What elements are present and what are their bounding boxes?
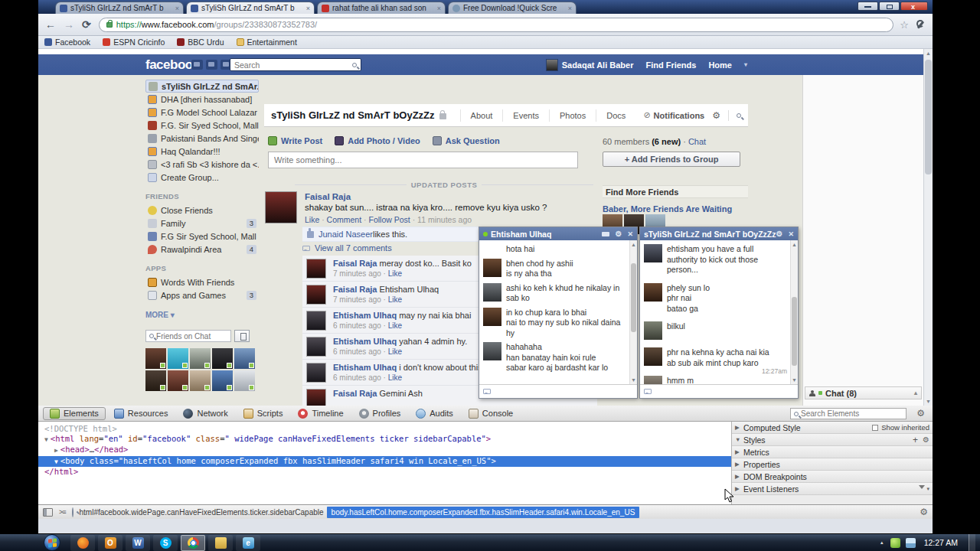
sidebar-friend-item[interactable]: Family 3 — [145, 217, 259, 230]
commenter-name-link[interactable]: Ehtisham Ulhaq — [333, 363, 397, 372]
friend-avatar[interactable] — [190, 370, 211, 391]
chat-bar-caret[interactable]: ▴ — [914, 390, 917, 396]
taskbar-clock[interactable]: 12:27 AM — [924, 538, 958, 547]
friend-avatar[interactable] — [145, 348, 166, 369]
facebook-search[interactable] — [230, 58, 361, 71]
commenter-avatar[interactable] — [306, 285, 326, 305]
group-chat-link[interactable]: Chat — [688, 137, 706, 146]
follow-post-link[interactable]: Follow Post — [368, 215, 410, 224]
gear-icon[interactable]: ⚙ — [712, 110, 720, 121]
comment-like-link[interactable]: Like — [388, 347, 402, 356]
sidebar-group-item[interactable]: sTyliSh GIrLzZ nd SmAr... — [145, 80, 259, 93]
chat-bar[interactable]: Chat (8) ▴ — [805, 386, 922, 399]
view-comments-row[interactable]: View all 7 comments — [302, 243, 392, 253]
sidebar-toggle-icon[interactable] — [234, 330, 250, 342]
close-button[interactable]: x — [900, 2, 928, 11]
dom-breakpoints-section[interactable]: ▶ DOM Breakpoints — [732, 471, 933, 483]
sender-avatar[interactable] — [644, 244, 662, 262]
group-tab[interactable]: Photos — [549, 109, 596, 122]
sender-avatar[interactable] — [483, 308, 501, 326]
dock-side-icon[interactable] — [43, 508, 53, 517]
bookmark-item[interactable]: Facebook — [44, 37, 90, 47]
commenter-avatar[interactable] — [306, 389, 326, 406]
profile-avatar[interactable] — [546, 59, 558, 71]
friend-avatar[interactable] — [212, 348, 233, 369]
commenter-name-link[interactable]: Faisal Raja — [333, 389, 377, 398]
home-link[interactable]: Home — [708, 60, 732, 70]
browser-tab[interactable]: rahat fathe ali khan sad son × — [317, 2, 446, 14]
bookmark-item[interactable]: BBC Urdu — [177, 37, 224, 47]
sidebar-group-item[interactable]: F.G Model School Lalazar R... — [145, 106, 259, 119]
chat-gear-icon[interactable]: ⚙ — [776, 230, 782, 238]
taskbar-app[interactable] — [70, 535, 95, 551]
taskbar-app[interactable]: S — [153, 535, 178, 551]
search-input[interactable] — [234, 60, 352, 70]
taskbar-app[interactable]: e — [236, 535, 260, 551]
maximize-button[interactable] — [879, 2, 900, 11]
notifications-button[interactable]: Notifications — [654, 111, 705, 120]
view-all-comments-link[interactable]: View all 7 comments — [315, 243, 392, 253]
add-photo-button[interactable]: Add Photo / Video — [335, 136, 420, 145]
friends-waiting-link[interactable]: Baber, More Friends Are Waiting — [603, 204, 732, 214]
group-tab[interactable]: Events — [502, 109, 549, 122]
address-bar[interactable]: https://www.facebook.com/groups/23383087… — [99, 18, 894, 32]
styles-gear-icon[interactable]: ⚙ — [923, 435, 929, 444]
commenter-avatar[interactable] — [306, 337, 326, 357]
chat-gear-icon[interactable]: ⚙ — [615, 230, 622, 238]
friend-avatar[interactable] — [145, 370, 166, 391]
comment-like-link[interactable]: Like — [388, 321, 402, 330]
friend-avatar[interactable] — [212, 370, 233, 391]
new-style-rule-icon[interactable]: + — [913, 435, 918, 445]
tab-close-icon[interactable]: × — [437, 5, 441, 12]
group-tab[interactable]: About — [460, 109, 503, 122]
sender-avatar[interactable] — [483, 259, 501, 277]
start-button[interactable] — [44, 534, 60, 551]
sidebar-group-item[interactable]: Create Group... — [145, 171, 259, 184]
sidebar-app-item[interactable]: Words With Friends — [145, 276, 259, 289]
friends-on-chat-input[interactable] — [156, 332, 222, 341]
more-link[interactable]: MORE ▾ — [145, 311, 259, 319]
chat-input-bar[interactable] — [479, 384, 637, 398]
post-author-link[interactable]: Faisal Raja — [305, 192, 351, 201]
friend-avatar[interactable] — [234, 348, 255, 369]
forward-button[interactable]: → — [64, 18, 74, 31]
post-author-avatar[interactable] — [265, 191, 297, 223]
filter-icon[interactable] — [919, 485, 925, 492]
commenter-name-link[interactable]: Ehtisham Ulhaq — [333, 311, 397, 320]
bookmark-star-icon[interactable]: ☆ — [900, 19, 909, 31]
chat-scrollbar[interactable]: ▲▼ — [790, 240, 798, 384]
breadcrumb-html[interactable]: html#facebook.widePage.canHaveFixedEleme… — [80, 508, 324, 517]
head-node[interactable]: ▶<head>…</head> — [44, 445, 731, 456]
chat-scrollbar[interactable]: ▲▼ — [629, 240, 637, 384]
reload-button[interactable]: ⟳ — [82, 18, 91, 31]
html-node[interactable]: ▼<html lang="en" id="facebook" class=" w… — [44, 434, 731, 445]
ask-question-button[interactable]: Ask Question — [433, 136, 500, 145]
tab-close-icon[interactable]: × — [568, 5, 572, 12]
show-desktop-button[interactable] — [969, 534, 975, 551]
sidebar-group-item[interactable]: Pakistani Bands And Singer... — [145, 132, 259, 145]
chat-titlebar[interactable]: sTyliSh GIrLzZ nd SmArT bOyZzZz ⚙ ✕ — [640, 227, 798, 240]
sidebar-group-item[interactable]: <3 rafi Sb <3 kishore da <... — [145, 158, 259, 171]
sender-avatar[interactable] — [644, 376, 662, 384]
page-scrollbar[interactable]: ▲ ▼ — [923, 49, 933, 406]
commenter-name-link[interactable]: Ehtisham Ulhaq — [333, 337, 397, 346]
chat-input-bar[interactable] — [640, 384, 798, 398]
minimize-button[interactable] — [858, 2, 878, 11]
friend-requests-icon[interactable] — [191, 60, 203, 70]
tray-expand-icon[interactable]: ▴ — [880, 540, 884, 546]
like-link[interactable]: Like — [305, 215, 319, 224]
taskbar-app[interactable] — [181, 535, 205, 551]
commenter-avatar[interactable] — [306, 363, 326, 383]
account-menu-caret[interactable]: ▾ — [744, 61, 747, 68]
taskbar-app[interactable]: O — [98, 535, 122, 551]
bookmark-item[interactable]: ESPN Cricinfo — [103, 37, 165, 47]
wrench-menu-icon[interactable] — [916, 20, 926, 30]
metrics-section[interactable]: ▶ Metrics — [732, 446, 933, 458]
sidebar-app-item[interactable]: Apps and Games 3 — [145, 289, 259, 302]
sender-avatar[interactable] — [483, 283, 501, 302]
sender-avatar[interactable] — [644, 347, 662, 366]
commenter-name-link[interactable]: Faisal Raja — [333, 259, 377, 268]
write-something-box[interactable] — [268, 152, 578, 168]
devtools-tab[interactable]: Profiles — [352, 407, 408, 420]
find-friends-link[interactable]: Find Friends — [645, 60, 696, 70]
